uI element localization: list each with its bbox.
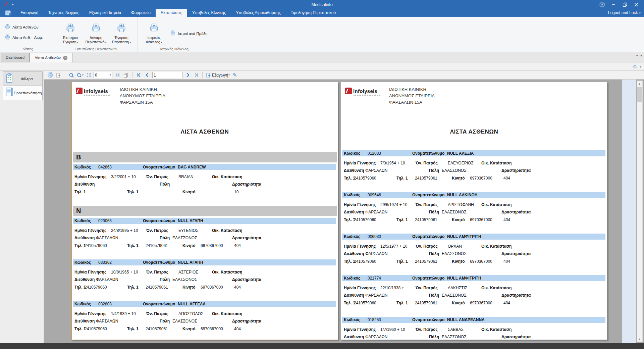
multi-page-expand-icon[interactable] <box>85 72 92 79</box>
field-city: ΕΛΑΣΣΟΝΟΣ <box>442 251 467 256</box>
application-menu-icon[interactable] <box>0 9 15 17</box>
tab-texnitos-nefros[interactable]: Τεχνητός Νεφρός <box>43 9 84 17</box>
tab-ypovoles-klinikis[interactable]: Υποβολές Κλινικής <box>187 9 231 17</box>
printer-icon <box>5 24 10 30</box>
extension-approval-button[interactable]: Έγκριση Παράταση▾ <box>109 22 134 45</box>
minimize-button[interactable] <box>608 0 619 9</box>
field-activity: 404 <box>503 259 510 264</box>
page-number-input[interactable] <box>152 72 182 78</box>
field-activity: 404 <box>503 301 510 305</box>
last-page-button[interactable] <box>193 72 199 79</box>
restore-button[interactable] <box>619 0 631 9</box>
field-city: ΕΛΑΣΣΟΝΟΣ <box>442 335 467 339</box>
patient-record: Κωδικός 033362 Ονοματεπώνυμο NULL ΑΓΑΠΗ … <box>72 259 338 295</box>
field-address: ΦΑΡΣΑΛΩΝ <box>96 319 118 323</box>
ribbon-group-case-prints: Εισιτήριο Έγκριση▾ Δύναμη Περιστατικό▾ Έ… <box>54 17 138 52</box>
field-birth-date: 22/10/1938 + <box>380 286 404 290</box>
tabstrip-caret-icon[interactable]: ▾ <box>636 54 638 57</box>
preview-button[interactable]: Προεπισκόπηση <box>3 86 43 100</box>
scroll-up-icon[interactable]: ▲ <box>637 81 642 86</box>
window-title: Medicalinfo <box>0 2 644 7</box>
tabstrip-caret-icon[interactable]: ▾ <box>640 54 642 57</box>
zoom-dropdown-icon[interactable]: ▾ <box>76 72 84 79</box>
tab-dashboard[interactable]: Dashboard <box>1 53 30 62</box>
printer-icon <box>65 22 75 36</box>
report-title: ΛΙΣΤΑ ΑΣΘΕΝΩΝ <box>341 129 607 135</box>
dropdown-caret-icon: ▾ <box>77 41 78 44</box>
field-tel1: 2410579060 <box>85 243 107 248</box>
scroll-down-icon[interactable]: ▼ <box>637 336 642 342</box>
patient-list-rooms-button[interactable]: Λίστα Ασθ. - Δωμ. <box>5 34 51 41</box>
field-code: 009646 <box>368 193 381 197</box>
company-address: ΙΔΙΩΤΙΚΗ ΚΛΙΝΙΚΗ ΑΝΩΝΥΜΟΣ ΕΤΑΙΡΕΙΑ ΦΑΡΣΑ… <box>389 86 435 105</box>
ticket-approval-button[interactable]: Εισιτήριο Έγκριση▾ <box>58 22 83 45</box>
tab-exoterika-iatreia[interactable]: Εξωτερικά Ιατρεία <box>84 9 126 17</box>
field-mobile: 6970367000 <box>470 217 492 222</box>
field-mobile: 6970367000 <box>470 301 492 305</box>
field-name: BAG ANDREW <box>178 165 206 169</box>
record-header-band: Κωδικός 033362 Ονοματεπώνυμο NULL ΑΓΑΠΗ <box>73 259 336 265</box>
tab-patient-list[interactable]: Λίστα Ασθενών ✕ <box>30 53 72 62</box>
field-code: 012033 <box>368 151 381 156</box>
pages-container: infolyseis ΙΔΙΩΤΙΚΗ ΚΛΙΝΙΚΗ ΑΝΩΝΥΜΟΣ ΕΤΑ… <box>44 80 644 340</box>
zoom-level-input[interactable]: ▲▼ <box>94 72 112 78</box>
options-caret-icon[interactable]: ▾ <box>640 65 641 68</box>
document-tab-strip: Dashboard Λίστα Ασθενών ✕ ▾ ▾ <box>0 52 644 62</box>
edit-pencil-icon[interactable]: ✎ <box>231 72 238 79</box>
field-name: NULL ΑΜΦΙΤΡΙΤΗ <box>447 276 481 281</box>
scrollbar-thumb[interactable] <box>637 87 642 102</box>
doctors-per-act-button[interactable]: Ιατροί ανά Πράξη <box>170 30 207 37</box>
vertical-scrollbar[interactable]: ▲ ▼ <box>637 81 643 342</box>
previous-page-button[interactable] <box>144 72 151 79</box>
patient-record: Κωδικός 018253 Ονοματεπώνυμο NULL ΑΝΔΡΕΑ… <box>341 317 607 340</box>
field-father-name: ΣΑΒΒΑΣ <box>448 327 464 332</box>
quick-access-caret-icon[interactable]: ▾ <box>12 3 14 6</box>
field-activity: 404 <box>503 176 510 181</box>
app-logo-icon <box>3 1 9 8</box>
tab-eisagogi[interactable]: Εισαγωγή <box>15 9 43 17</box>
record-header-band: Κωδικός 021774 Ονοματεπώνυμο NULL ΑΜΦΙΤΡ… <box>342 275 605 281</box>
spinner-buttons[interactable]: ▲▼ <box>109 73 111 77</box>
print-button[interactable] <box>47 72 53 79</box>
field-activity: 404 <box>503 217 510 222</box>
multi-page-collapse-icon[interactable] <box>114 72 121 79</box>
close-button[interactable] <box>631 0 642 9</box>
next-page-button[interactable] <box>184 72 191 79</box>
gear-icon[interactable]: ⚙ <box>633 64 637 70</box>
field-name: NULL ΑΝΔΡΕΑΝΝΑ <box>447 317 485 322</box>
print-direct-button[interactable] <box>55 72 62 79</box>
case-force-button[interactable]: Δύναμη Περιστατικό▾ <box>83 22 109 45</box>
tab-ektyposeis[interactable]: Εκτυπώσεις <box>156 9 187 17</box>
field-father-name: ΑΛΚΗΣΤΙΣ <box>448 286 467 290</box>
report-title: ΛΙΣΤΑ ΑΣΘΕΝΩΝ <box>72 129 338 135</box>
tab-ypovoles-aimokatharsis[interactable]: Υποβολές Αιμοκάθαρσης <box>231 9 285 17</box>
close-tab-icon[interactable]: ✕ <box>63 56 67 60</box>
page-items: B Κωδικός 042863 Ονοματεπώνυμο BAG ANDRE… <box>72 150 338 340</box>
field-tel1: 2410579060 <box>354 301 376 305</box>
clipboard-check-icon <box>5 73 13 85</box>
tab-farmakeio[interactable]: Φαρμακείο <box>126 9 156 17</box>
zoom-value[interactable] <box>95 73 109 78</box>
first-page-button[interactable] <box>136 72 142 79</box>
medical-file-button[interactable]: Ιατρικός Φάκελος▾ <box>141 22 167 45</box>
ribbon-display-options-button[interactable] <box>596 0 608 9</box>
patient-record: Κωδικός 020068 Ονοματεπώνυμο NULL ΑΓΑΠΗ … <box>72 218 338 253</box>
infolyseis-logo-icon <box>76 88 83 94</box>
filters-button[interactable]: Φίλτρα <box>3 71 43 86</box>
printer-icon <box>91 22 101 36</box>
field-birth-date: 7/3/1954 + 10 <box>380 161 405 165</box>
group-label-medical-file: Ιατρικός Φάκελος <box>138 47 211 51</box>
zoom-in-icon[interactable] <box>68 72 75 79</box>
logout-and-lock-button[interactable]: Logout and Lock▾ <box>608 9 641 17</box>
export-button[interactable]: Εξαγωγή ▾ <box>206 72 230 79</box>
report-page: infolyseis ΙΔΙΩΤΙΚΗ ΚΛΙΝΙΚΗ ΑΝΩΝΥΜΟΣ ΕΤΑ… <box>341 82 607 340</box>
field-father-name: ΟΡΧΑΝ <box>448 244 462 249</box>
tab-timologisi-peristatikou[interactable]: Τιμολόγηση Περιστατικού <box>286 9 341 17</box>
page-number-value[interactable] <box>154 73 181 78</box>
dropdown-caret-icon: ▾ <box>105 41 107 44</box>
patient-list-button[interactable]: Λίστα Ασθενών <box>5 24 51 30</box>
field-mobile: 6970367000 <box>201 327 223 331</box>
page-layout-icon[interactable] <box>122 72 129 79</box>
field-code: 021774 <box>368 276 381 281</box>
ribbon-group-medical-file: Ιατρικός Φάκελος▾ Ιατροί ανά Πράξη Ιατρι… <box>138 17 211 52</box>
